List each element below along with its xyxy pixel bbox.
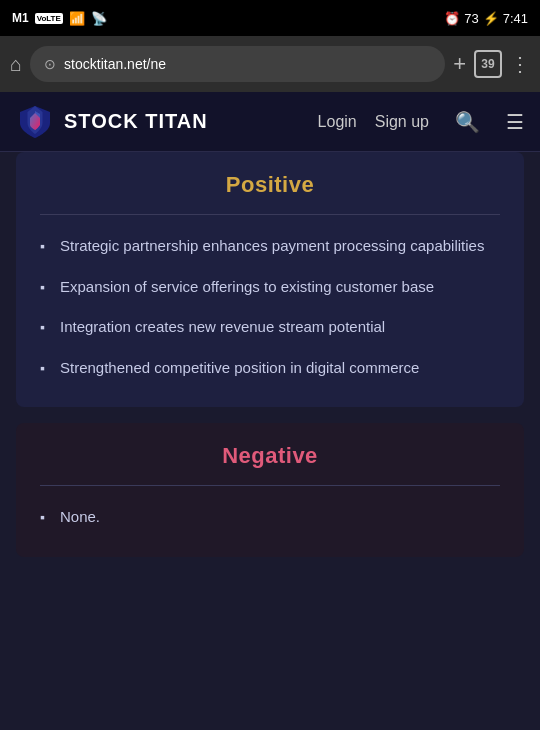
login-link[interactable]: Login [318, 113, 357, 131]
negative-title: Negative [40, 443, 500, 469]
negative-section: Negative None. [16, 423, 524, 557]
add-tab-button[interactable]: + [453, 51, 466, 77]
nav-logo[interactable]: STOCK TITAN [16, 103, 318, 141]
positive-list: Strategic partnership enhances payment p… [40, 235, 500, 379]
status-bar: M1 VoLTE 📶 📡 ⏰ 73 ⚡ 7:41 [0, 0, 540, 36]
tab-count-button[interactable]: 39 [474, 50, 502, 78]
url-bar[interactable]: ⊙ stocktitan.net/ne [30, 46, 445, 82]
logo-text: STOCK TITAN [64, 110, 208, 133]
nav-bar: STOCK TITAN Login Sign up 🔍 ☰ [0, 92, 540, 152]
site-icon: ⊙ [44, 56, 56, 72]
more-menu-icon[interactable]: ⋮ [510, 52, 530, 76]
search-icon[interactable]: 🔍 [455, 110, 480, 134]
list-item: Expansion of service offerings to existi… [40, 276, 500, 299]
nav-links: Login Sign up 🔍 ☰ [318, 110, 524, 134]
positive-title: Positive [40, 172, 500, 198]
positive-section: Positive Strategic partnership enhances … [16, 152, 524, 407]
logo-icon [16, 103, 54, 141]
status-left: M1 VoLTE 📶 📡 [12, 11, 107, 26]
list-item: Integration creates new revenue stream p… [40, 316, 500, 339]
battery-icon: ⚡ [483, 11, 499, 26]
browser-chrome: ⌂ ⊙ stocktitan.net/ne + 39 ⋮ [0, 36, 540, 92]
main-content: Positive Strategic partnership enhances … [0, 152, 540, 730]
positive-divider [40, 214, 500, 215]
list-item: Strengthened competitive position in dig… [40, 357, 500, 380]
signup-link[interactable]: Sign up [375, 113, 429, 131]
home-icon[interactable]: ⌂ [10, 53, 22, 76]
list-item: None. [40, 506, 500, 529]
list-item: Strategic partnership enhances payment p… [40, 235, 500, 258]
carrier-label: M1 [12, 11, 29, 25]
battery-level: 73 [464, 11, 478, 26]
negative-list: None. [40, 506, 500, 529]
volte-label: VoLTE [35, 13, 63, 24]
signal-icon: 📶 [69, 11, 85, 26]
time-display: 7:41 [503, 11, 528, 26]
alarm-icon: ⏰ [444, 11, 460, 26]
url-text: stocktitan.net/ne [64, 56, 431, 72]
status-right: ⏰ 73 ⚡ 7:41 [444, 11, 528, 26]
hamburger-menu-icon[interactable]: ☰ [506, 110, 524, 134]
wifi-icon: 📡 [91, 11, 107, 26]
negative-divider [40, 485, 500, 486]
